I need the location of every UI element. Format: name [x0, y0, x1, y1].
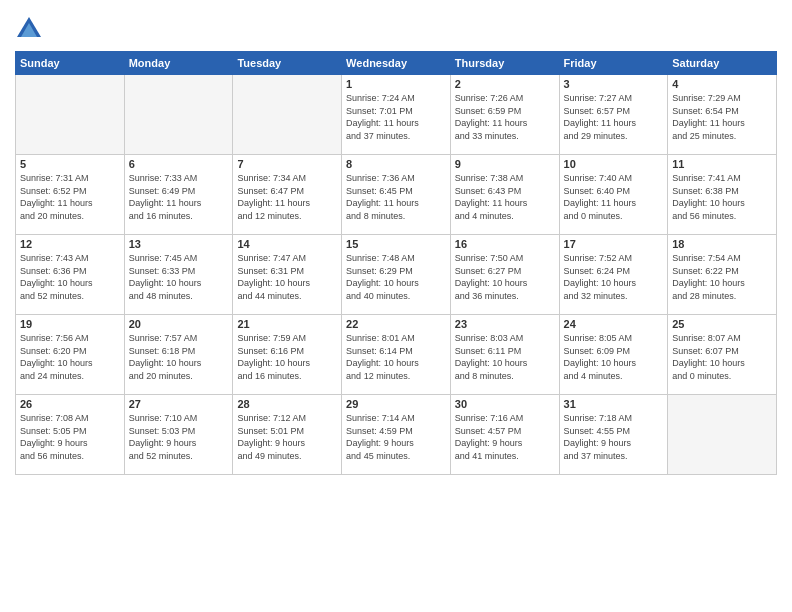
calendar-cell	[668, 395, 777, 475]
cell-text: Sunrise: 7:38 AM Sunset: 6:43 PM Dayligh…	[455, 172, 555, 222]
day-number: 19	[20, 318, 120, 330]
day-number: 8	[346, 158, 446, 170]
calendar-cell: 2Sunrise: 7:26 AM Sunset: 6:59 PM Daylig…	[450, 75, 559, 155]
cell-text: Sunrise: 7:59 AM Sunset: 6:16 PM Dayligh…	[237, 332, 337, 382]
day-number: 3	[564, 78, 664, 90]
day-number: 24	[564, 318, 664, 330]
header-row: SundayMondayTuesdayWednesdayThursdayFrid…	[16, 52, 777, 75]
calendar-cell: 24Sunrise: 8:05 AM Sunset: 6:09 PM Dayli…	[559, 315, 668, 395]
day-number: 25	[672, 318, 772, 330]
cell-text: Sunrise: 7:45 AM Sunset: 6:33 PM Dayligh…	[129, 252, 229, 302]
calendar-cell: 4Sunrise: 7:29 AM Sunset: 6:54 PM Daylig…	[668, 75, 777, 155]
page: SundayMondayTuesdayWednesdayThursdayFrid…	[0, 0, 792, 612]
day-number: 6	[129, 158, 229, 170]
calendar-cell	[16, 75, 125, 155]
day-number: 27	[129, 398, 229, 410]
cell-text: Sunrise: 7:31 AM Sunset: 6:52 PM Dayligh…	[20, 172, 120, 222]
day-number: 7	[237, 158, 337, 170]
day-number: 11	[672, 158, 772, 170]
cell-text: Sunrise: 7:54 AM Sunset: 6:22 PM Dayligh…	[672, 252, 772, 302]
day-header-saturday: Saturday	[668, 52, 777, 75]
day-number: 29	[346, 398, 446, 410]
calendar-cell: 14Sunrise: 7:47 AM Sunset: 6:31 PM Dayli…	[233, 235, 342, 315]
day-header-monday: Monday	[124, 52, 233, 75]
calendar-cell: 19Sunrise: 7:56 AM Sunset: 6:20 PM Dayli…	[16, 315, 125, 395]
day-number: 23	[455, 318, 555, 330]
day-number: 9	[455, 158, 555, 170]
calendar-cell: 18Sunrise: 7:54 AM Sunset: 6:22 PM Dayli…	[668, 235, 777, 315]
cell-text: Sunrise: 7:36 AM Sunset: 6:45 PM Dayligh…	[346, 172, 446, 222]
calendar-cell	[233, 75, 342, 155]
day-number: 13	[129, 238, 229, 250]
calendar-cell: 1Sunrise: 7:24 AM Sunset: 7:01 PM Daylig…	[342, 75, 451, 155]
day-number: 14	[237, 238, 337, 250]
day-number: 5	[20, 158, 120, 170]
calendar-cell: 20Sunrise: 7:57 AM Sunset: 6:18 PM Dayli…	[124, 315, 233, 395]
day-number: 12	[20, 238, 120, 250]
day-number: 1	[346, 78, 446, 90]
cell-text: Sunrise: 7:47 AM Sunset: 6:31 PM Dayligh…	[237, 252, 337, 302]
calendar-cell: 11Sunrise: 7:41 AM Sunset: 6:38 PM Dayli…	[668, 155, 777, 235]
calendar-cell: 9Sunrise: 7:38 AM Sunset: 6:43 PM Daylig…	[450, 155, 559, 235]
calendar-cell: 22Sunrise: 8:01 AM Sunset: 6:14 PM Dayli…	[342, 315, 451, 395]
cell-text: Sunrise: 7:57 AM Sunset: 6:18 PM Dayligh…	[129, 332, 229, 382]
calendar-cell: 17Sunrise: 7:52 AM Sunset: 6:24 PM Dayli…	[559, 235, 668, 315]
day-number: 15	[346, 238, 446, 250]
cell-text: Sunrise: 7:56 AM Sunset: 6:20 PM Dayligh…	[20, 332, 120, 382]
calendar-cell: 10Sunrise: 7:40 AM Sunset: 6:40 PM Dayli…	[559, 155, 668, 235]
day-number: 16	[455, 238, 555, 250]
cell-text: Sunrise: 7:14 AM Sunset: 4:59 PM Dayligh…	[346, 412, 446, 462]
calendar-cell: 13Sunrise: 7:45 AM Sunset: 6:33 PM Dayli…	[124, 235, 233, 315]
cell-text: Sunrise: 8:01 AM Sunset: 6:14 PM Dayligh…	[346, 332, 446, 382]
day-number: 18	[672, 238, 772, 250]
day-number: 21	[237, 318, 337, 330]
calendar-cell: 27Sunrise: 7:10 AM Sunset: 5:03 PM Dayli…	[124, 395, 233, 475]
calendar-week-5: 26Sunrise: 7:08 AM Sunset: 5:05 PM Dayli…	[16, 395, 777, 475]
calendar-cell: 21Sunrise: 7:59 AM Sunset: 6:16 PM Dayli…	[233, 315, 342, 395]
cell-text: Sunrise: 7:29 AM Sunset: 6:54 PM Dayligh…	[672, 92, 772, 142]
day-number: 20	[129, 318, 229, 330]
cell-text: Sunrise: 7:52 AM Sunset: 6:24 PM Dayligh…	[564, 252, 664, 302]
calendar-cell: 28Sunrise: 7:12 AM Sunset: 5:01 PM Dayli…	[233, 395, 342, 475]
cell-text: Sunrise: 7:43 AM Sunset: 6:36 PM Dayligh…	[20, 252, 120, 302]
day-number: 22	[346, 318, 446, 330]
calendar-cell: 3Sunrise: 7:27 AM Sunset: 6:57 PM Daylig…	[559, 75, 668, 155]
cell-text: Sunrise: 7:33 AM Sunset: 6:49 PM Dayligh…	[129, 172, 229, 222]
cell-text: Sunrise: 8:07 AM Sunset: 6:07 PM Dayligh…	[672, 332, 772, 382]
calendar-cell: 29Sunrise: 7:14 AM Sunset: 4:59 PM Dayli…	[342, 395, 451, 475]
header	[15, 10, 777, 43]
calendar-cell	[124, 75, 233, 155]
calendar-cell: 12Sunrise: 7:43 AM Sunset: 6:36 PM Dayli…	[16, 235, 125, 315]
cell-text: Sunrise: 7:10 AM Sunset: 5:03 PM Dayligh…	[129, 412, 229, 462]
cell-text: Sunrise: 8:03 AM Sunset: 6:11 PM Dayligh…	[455, 332, 555, 382]
cell-text: Sunrise: 7:18 AM Sunset: 4:55 PM Dayligh…	[564, 412, 664, 462]
day-number: 28	[237, 398, 337, 410]
day-header-wednesday: Wednesday	[342, 52, 451, 75]
day-number: 26	[20, 398, 120, 410]
cell-text: Sunrise: 7:24 AM Sunset: 7:01 PM Dayligh…	[346, 92, 446, 142]
day-header-tuesday: Tuesday	[233, 52, 342, 75]
calendar-week-1: 1Sunrise: 7:24 AM Sunset: 7:01 PM Daylig…	[16, 75, 777, 155]
calendar-cell: 16Sunrise: 7:50 AM Sunset: 6:27 PM Dayli…	[450, 235, 559, 315]
calendar-cell: 26Sunrise: 7:08 AM Sunset: 5:05 PM Dayli…	[16, 395, 125, 475]
calendar-week-4: 19Sunrise: 7:56 AM Sunset: 6:20 PM Dayli…	[16, 315, 777, 395]
cell-text: Sunrise: 7:26 AM Sunset: 6:59 PM Dayligh…	[455, 92, 555, 142]
day-header-sunday: Sunday	[16, 52, 125, 75]
day-number: 17	[564, 238, 664, 250]
calendar-cell: 8Sunrise: 7:36 AM Sunset: 6:45 PM Daylig…	[342, 155, 451, 235]
cell-text: Sunrise: 7:40 AM Sunset: 6:40 PM Dayligh…	[564, 172, 664, 222]
cell-text: Sunrise: 7:16 AM Sunset: 4:57 PM Dayligh…	[455, 412, 555, 462]
day-header-friday: Friday	[559, 52, 668, 75]
calendar-cell: 30Sunrise: 7:16 AM Sunset: 4:57 PM Dayli…	[450, 395, 559, 475]
cell-text: Sunrise: 7:50 AM Sunset: 6:27 PM Dayligh…	[455, 252, 555, 302]
calendar-week-3: 12Sunrise: 7:43 AM Sunset: 6:36 PM Dayli…	[16, 235, 777, 315]
day-number: 4	[672, 78, 772, 90]
day-number: 30	[455, 398, 555, 410]
calendar-cell: 23Sunrise: 8:03 AM Sunset: 6:11 PM Dayli…	[450, 315, 559, 395]
day-number: 2	[455, 78, 555, 90]
calendar-cell: 31Sunrise: 7:18 AM Sunset: 4:55 PM Dayli…	[559, 395, 668, 475]
calendar-week-2: 5Sunrise: 7:31 AM Sunset: 6:52 PM Daylig…	[16, 155, 777, 235]
calendar-cell: 7Sunrise: 7:34 AM Sunset: 6:47 PM Daylig…	[233, 155, 342, 235]
day-header-thursday: Thursday	[450, 52, 559, 75]
cell-text: Sunrise: 7:48 AM Sunset: 6:29 PM Dayligh…	[346, 252, 446, 302]
